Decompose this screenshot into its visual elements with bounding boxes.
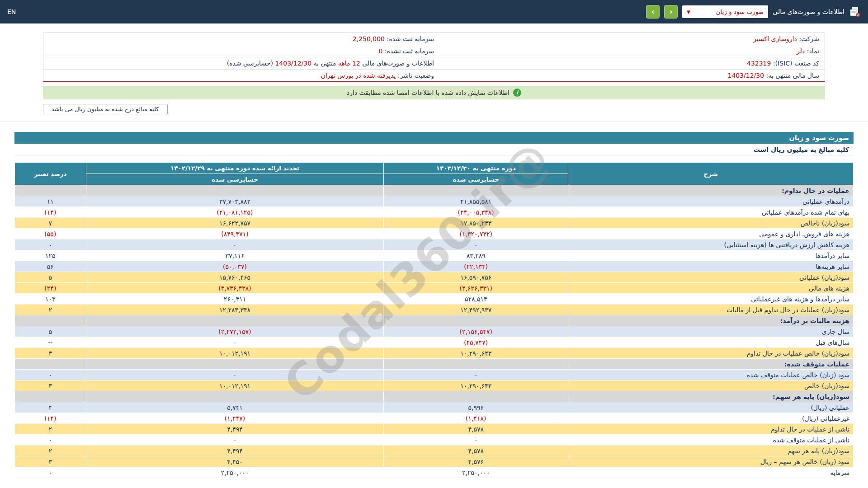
section-row: عملیات متوقف شده: — [15, 359, 854, 370]
value-prior-period: ۴,۴۹۴ — [86, 446, 384, 456]
info-right-half: سال مالی منتهی به: 1403/12/30 — [434, 71, 819, 80]
value-current-period: ۱۷,۸۵۰,۲۳۳ — [384, 218, 568, 229]
value-current-period: ۴۱,۸۵۵,۵۸۱ — [384, 196, 568, 207]
value-percent-change: ۵ — [15, 326, 86, 337]
value-percent-change: (۱۴) — [15, 207, 86, 218]
row-label: ناشی از عملیات متوقف شده — [568, 435, 854, 446]
value-current-period: ۴,۵۷۸ — [384, 424, 568, 435]
value-current-period: ۰ — [384, 435, 568, 446]
value-percent-change: ۰ — [15, 467, 86, 478]
prev-report-button[interactable]: ‹ — [664, 5, 678, 19]
row-label: عملیاتی (ریال) — [568, 402, 854, 413]
units-note-button[interactable]: کلیه مبالغ درج شده به میلیون ریال می باش… — [43, 104, 168, 114]
value-percent-change: ۰ — [15, 239, 86, 250]
info-label: سال مالی منتهی به: — [764, 72, 819, 79]
row-label: درآمدهای عملیاتی — [568, 196, 854, 207]
info-value: 2,250,000 — [353, 35, 385, 42]
info-label: کد صنعت (ISIC): — [771, 60, 819, 67]
value-prior-period: ۱۶,۶۲۲,۷۵۷ — [86, 218, 384, 229]
units-row: کلیه مبالغ درج شده به میلیون ریال می باش… — [43, 104, 825, 114]
info-value: پذیرفته شده در بورس تهران — [321, 72, 396, 79]
table-row: سود(زیان) خالص۱۰,۲۹۰,۶۴۳۱۰,۰۱۲,۱۹۱۳ — [15, 380, 854, 391]
row-label: سود(زیان) خالص — [568, 380, 854, 391]
value-prior-period: ۰ — [86, 239, 384, 250]
info-value: 1403/12/30 — [275, 60, 311, 67]
value-prior-period: ۰ — [86, 337, 384, 348]
info-left-half: وضعیت ناشر: پذیرفته شده در بورس تهران — [49, 71, 434, 80]
value-percent-change: ۲ — [15, 424, 86, 435]
value-percent-change: (۱۴) — [15, 413, 86, 424]
table-row: سود(زیان) پایه هر سهم۴,۵۷۸۴,۴۹۴۲ — [15, 446, 854, 456]
value-prior-period: (۵۰,۰۳۷) — [86, 261, 384, 272]
value-prior-period: (۸۴۹,۳۷۱) — [86, 229, 384, 239]
value-prior-period: ۴,۴۹۴ — [86, 424, 384, 435]
value-prior-period: (۲۱,۰۸۱,۱۲۵) — [86, 207, 384, 218]
value-percent-change: ۷ — [15, 218, 86, 229]
table-row: غیرعملیاتی (ریال)(۱,۴۱۸)(۱,۲۴۷)(۱۴) — [15, 413, 854, 424]
company-info-row: سال مالی منتهی به: 1403/12/30وضعیت ناشر:… — [43, 70, 825, 81]
table-row: سایر هزینه‌ها(۲۲,۱۳۴)(۵۰,۰۳۷)۵۶ — [15, 261, 854, 272]
value-prior-period: ۴,۴۵۰ — [86, 456, 384, 467]
row-label: سرمایه — [568, 467, 854, 478]
info-right-half: نماد: دلر — [434, 47, 819, 55]
row-label: هزینه های فروش، اداری و عمومی — [568, 229, 854, 239]
value-percent-change: ۰ — [15, 435, 86, 446]
value-current-period: ۱۲,۴۹۲,۹۳۷ — [384, 305, 568, 315]
reports-icon[interactable] — [849, 6, 861, 18]
info-value: 1403/12/30 — [727, 72, 764, 79]
statement-section: صورت سود و زیان کلیه مبالغ به میلیون ریا… — [14, 132, 854, 478]
info-left-half: اطلاعات و صورت‌های مالی 12 ماهه منتهی به… — [49, 59, 434, 67]
statement-units-note: کلیه مبالغ به میلیون ریال است — [754, 146, 849, 153]
value-percent-change: ۰ — [15, 370, 86, 380]
value-prior-period: (۲,۲۷۲,۱۵۷) — [86, 326, 384, 337]
next-report-button[interactable]: › — [646, 5, 660, 19]
row-label: عملیات متوقف شده: — [568, 359, 854, 370]
table-row: سال‌های قبل(۴۵,۷۴۷)۰-- — [15, 337, 854, 348]
info-value: 12 ماهه — [338, 60, 360, 67]
value-prior-period: ۱۰,۰۱۲,۱۹۱ — [86, 348, 384, 359]
row-label: هزینه کاهش ارزش دریافتنی ها (هزینه استثن… — [568, 239, 854, 250]
table-row: ناشی از عملیات در حال تداوم۴,۵۷۸۴,۴۹۴۲ — [15, 424, 854, 435]
row-label: غیرعملیاتی (ریال) — [568, 413, 854, 424]
table-row: هزینه کاهش ارزش دریافتنی ها (هزینه استثن… — [15, 239, 854, 250]
topbar: اطلاعات و صورت‌های مالی صورت سود و زیان … — [0, 0, 868, 23]
value-prior-period: ۳۷,۷۰۳,۸۸۲ — [86, 196, 384, 207]
row-label: ناشی از عملیات در حال تداوم — [568, 424, 854, 435]
value-prior-period — [86, 315, 384, 326]
value-current-period: (۲۲,۱۳۴) — [384, 261, 568, 272]
value-prior-period: (۱,۲۴۷) — [86, 413, 384, 424]
value-current-period — [384, 315, 568, 326]
statement-table-wrap: @Codal360.ir شرح دوره منتهی به ۱۴۰۳/۱۲/۳… — [14, 162, 854, 478]
value-percent-change: ۳ — [15, 380, 86, 391]
report-type-select[interactable]: صورت سود و زیان ▼ — [682, 5, 768, 18]
value-percent-change — [15, 185, 86, 196]
value-prior-period: ۲۶۰,۳۱۱ — [86, 294, 384, 305]
value-prior-period — [86, 391, 384, 402]
col-header-prior-period: تجدید ارائه شده دوره منتهی به ۱۴۰۲/۱۲/۲۹ — [86, 163, 384, 174]
info-label: اطلاعات و صورت‌های مالی — [360, 60, 434, 67]
value-current-period: ۵۲۸,۵۱۴ — [384, 294, 568, 305]
value-prior-period: ۵,۷۴۱ — [86, 402, 384, 413]
value-prior-period: ۱۰,۰۱۲,۱۹۱ — [86, 380, 384, 391]
value-prior-period: ۳۷,۱۱۶ — [86, 250, 384, 261]
language-toggle-en[interactable]: EN — [7, 8, 16, 15]
value-current-period: (۲,۱۵۶,۵۴۷) — [384, 326, 568, 337]
col-header-current-period: دوره منتهی به ۱۴۰۳/۱۲/۳۰ — [384, 163, 568, 174]
info-value: دلر — [797, 47, 805, 55]
row-label: سود(زیان) خالص عملیات در حال تداوم — [568, 348, 854, 359]
row-label: سود(زیان) پایه هر سهم — [568, 446, 854, 456]
table-row: عملیاتی (ریال)۵,۹۹۶۵,۷۴۱۴ — [15, 402, 854, 413]
info-label: شرکت: — [797, 35, 819, 42]
row-label: سایر درآمدها — [568, 250, 854, 261]
value-percent-change: (۲۴) — [15, 283, 86, 294]
row-label: سود(زیان) ناخالص — [568, 218, 854, 229]
value-percent-change: ۱۱ — [15, 196, 86, 207]
income-statement-table: شرح دوره منتهی به ۱۴۰۳/۱۲/۳۰ تجدید ارائه… — [14, 162, 854, 478]
company-info-row: شرکت: داروسازی اکسیرسرمایه ثبت شده: 2,25… — [43, 33, 825, 45]
company-info-row: کد صنعت (ISIC): 432319اطلاعات و صورت‌های… — [43, 57, 825, 70]
value-current-period: ۲,۲۵۰,۰۰۰ — [384, 467, 568, 478]
value-percent-change — [15, 315, 86, 326]
company-info-row: نماد: دلرسرمایه ثبت نشده: 0 — [43, 45, 825, 57]
row-label: سود (زیان) خالص هر سهم – ریال — [568, 456, 854, 467]
row-label: سال‌های قبل — [568, 337, 854, 348]
